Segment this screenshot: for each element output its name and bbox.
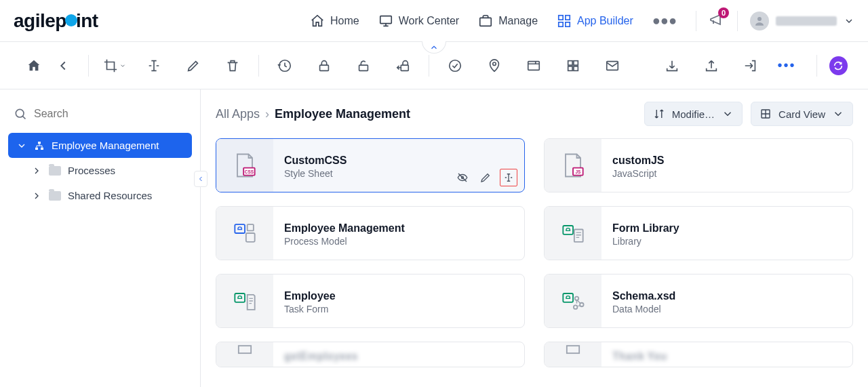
toolbar-edit[interactable] [180,52,207,79]
sidebar-collapse[interactable] [194,171,208,187]
notif-badge: 0 [718,7,729,18]
card-form-library[interactable]: Form Library Library [544,206,853,260]
svg-text:CSS: CSS [245,169,254,174]
nav-home-label: Home [330,15,359,27]
divider [737,11,738,31]
toolbar-more[interactable]: ••• [770,58,804,73]
card-title: Schema.xsd [612,290,842,302]
toolbar-location[interactable] [481,52,508,79]
monitor-icon [378,14,393,28]
divider [696,11,696,31]
sidebar-item-processes[interactable]: Processes [23,158,192,183]
toolbar-grid[interactable] [559,52,587,79]
toolbar-delete[interactable] [219,52,246,79]
svg-rect-38 [239,346,251,353]
toolbar-mail[interactable] [599,52,626,79]
nav-app-builder-label: App Builder [577,15,633,27]
sitemap-icon [34,140,45,151]
card-partial-1[interactable]: getEmployees [216,342,525,367]
nav-more[interactable]: ●●● [652,13,677,28]
sort-icon [653,108,665,120]
toolbar-unlock[interactable] [350,52,377,79]
sidebar-item-shared[interactable]: Shared Resources [23,183,192,208]
svg-rect-7 [320,65,329,70]
nav-app-builder[interactable]: App Builder [557,14,633,28]
search-input[interactable] [34,108,186,120]
toolbar-lock[interactable] [311,52,338,79]
chevron-down-icon [844,16,854,26]
svg-rect-2 [559,15,563,19]
card-title: customJS [612,155,842,167]
notifications[interactable]: 0 [709,12,725,30]
card-employee[interactable]: Employee Task Form [216,274,525,328]
toolbar-validate[interactable] [441,52,469,79]
apps-icon [557,14,572,28]
card-partial-2[interactable]: Thank You [544,342,853,367]
toolbar-history[interactable] [271,52,298,79]
lock-icon [317,58,332,73]
toolbar-preview[interactable] [520,52,547,79]
avatar [750,12,769,30]
breadcrumb-root[interactable]: All Apps [216,107,260,121]
sidebar-root-label: Employee Management [52,140,159,151]
card-customjs[interactable]: JS customJS JavaScript [544,138,853,192]
sidebar-search[interactable] [8,100,192,133]
pencil-icon [186,58,201,73]
card-hide-action[interactable] [454,169,471,186]
unlock-icon [356,58,371,73]
toolbar-back[interactable] [50,52,76,79]
lock-arrow-icon [395,58,410,73]
view-control[interactable]: Card View [751,102,853,126]
svg-rect-14 [574,60,578,64]
toolbar-exit[interactable] [737,52,764,79]
history-icon [277,58,292,73]
user-menu[interactable] [750,12,854,30]
card-employee-mgmt[interactable]: Employee Management Process Model [216,206,525,260]
nav-manage[interactable]: Manage [478,14,538,28]
sidebar: Employee Management Processes Shared Res… [0,89,201,387]
sidebar-processes-label: Processes [68,165,115,176]
card-view-icon [760,108,772,120]
svg-point-11 [493,62,496,65]
card-customcss[interactable]: CSS CustomCSS Style Sheet [216,138,525,192]
pencil-icon [479,171,492,184]
chevron-right-icon [31,165,42,176]
export-icon [704,58,719,73]
toolbar-rename[interactable] [140,52,167,79]
toolbar-checkout[interactable] [389,52,416,79]
svg-rect-21 [41,147,43,149]
toolbar-import[interactable] [658,52,686,79]
card-rename-action[interactable] [500,169,517,186]
card-schema[interactable]: Schema.xsd Data Model [544,274,853,328]
breadcrumb: All Apps › Employee Management [216,107,410,121]
grid-icon [566,58,580,73]
crop-icon [103,58,118,73]
card-subtitle: Process Model [284,236,513,247]
chevron-down-icon [722,108,734,120]
sidebar-item-root[interactable]: Employee Management [8,133,192,158]
nav-home[interactable]: Home [310,14,359,28]
toolbar-home[interactable] [20,52,47,79]
svg-rect-31 [563,226,573,235]
file-css-icon: CSS [216,139,273,192]
toolbar-export[interactable] [698,52,725,79]
card-subtitle: JavaScript [612,168,842,179]
process-model-icon [216,207,273,260]
toolbar-crop[interactable] [101,52,128,79]
svg-rect-28 [235,224,245,233]
chevron-right-icon [31,190,42,201]
import-icon [665,58,679,73]
svg-rect-33 [235,293,245,302]
chevron-down-icon [16,140,27,151]
svg-point-6 [757,17,762,21]
card-edit-action[interactable] [477,169,494,186]
folder-icon [49,166,61,176]
svg-rect-0 [380,16,391,23]
nav-work-center-label: Work Center [399,15,460,27]
sort-control[interactable]: Modifie… [644,102,743,126]
nav-work-center[interactable]: Work Center [378,14,460,28]
toolbar-refresh[interactable] [829,56,848,75]
svg-rect-39 [567,346,579,353]
card-title: CustomCSS [284,155,513,167]
view-label: Card View [778,108,825,120]
